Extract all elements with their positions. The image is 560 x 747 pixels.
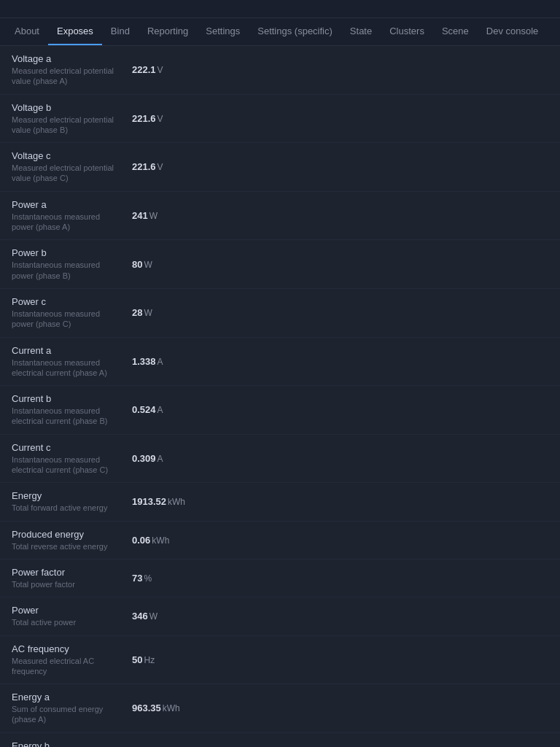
metric-info: Energy bSum of consumed energy (phase B) xyxy=(12,740,132,747)
metric-row: Power aInstantaneous measured power (pha… xyxy=(0,192,560,241)
metric-name: Energy a xyxy=(12,692,123,703)
metric-val: 0.524 xyxy=(132,404,156,415)
metric-name: Current a xyxy=(12,345,123,356)
metric-desc: Instantaneous measured electrical curren… xyxy=(12,357,123,379)
metric-name: AC frequency xyxy=(12,643,123,654)
metric-unit: W xyxy=(144,260,152,270)
metric-unit: % xyxy=(144,573,152,584)
nav-tab-settings[interactable]: Settings xyxy=(197,18,249,45)
nav-tab-about[interactable]: About xyxy=(6,18,48,45)
metric-unit: kWh xyxy=(168,497,185,507)
metric-value: 222.1V xyxy=(132,64,548,75)
metric-info: Voltage aMeasured electrical potential v… xyxy=(12,53,132,87)
metric-val: 221.6 xyxy=(132,161,156,172)
metric-val: 0.06 xyxy=(132,535,150,546)
metric-desc: Sum of consumed energy (phase A) xyxy=(12,704,123,725)
metric-desc: Total power factor xyxy=(12,579,123,589)
metric-desc: Measured electrical potential value (pha… xyxy=(12,163,123,184)
metric-info: EnergyTotal forward active energy xyxy=(12,490,132,513)
app-header xyxy=(0,0,560,18)
metric-info: Power factorTotal power factor xyxy=(12,567,132,589)
metric-info: Current cInstantaneous measured electric… xyxy=(12,442,132,476)
metric-row: Voltage bMeasured electrical potential v… xyxy=(0,95,560,144)
nav-tab-scene[interactable]: Scene xyxy=(433,18,478,45)
nav-tab-bind[interactable]: Bind xyxy=(102,18,139,45)
metric-desc: Instantaneous measured electrical curren… xyxy=(12,454,123,476)
metric-row: Voltage aMeasured electrical potential v… xyxy=(0,46,560,95)
metric-name: Power c xyxy=(12,296,123,307)
nav-tab-settings-specific[interactable]: Settings (specific) xyxy=(249,18,341,45)
nav-tab-reporting[interactable]: Reporting xyxy=(139,18,197,45)
metric-val: 28 xyxy=(132,307,142,318)
nav-tabs: AboutExposesBindReportingSettingsSetting… xyxy=(0,18,560,46)
metric-value: 0.309A xyxy=(132,453,548,464)
metric-name: Voltage b xyxy=(12,102,123,113)
metric-unit: Hz xyxy=(144,655,155,665)
metric-desc: Instantaneous measured electrical curren… xyxy=(12,406,123,427)
metric-unit: A xyxy=(158,357,163,367)
metric-val: 50 xyxy=(132,654,142,665)
metric-val: 1.338 xyxy=(132,356,156,367)
metric-row: Power factorTotal power factor73% xyxy=(0,560,560,597)
metric-unit: A xyxy=(158,454,163,464)
metric-name: Current b xyxy=(12,393,123,404)
metric-row: Current aInstantaneous measured electric… xyxy=(0,338,560,387)
metric-val: 241 xyxy=(132,210,148,221)
metric-desc: Instantaneous measured power (phase A) xyxy=(12,212,123,233)
metric-desc: Instantaneous measured power (phase B) xyxy=(12,260,123,281)
metric-unit: W xyxy=(149,611,158,622)
metric-unit: kWh xyxy=(152,535,169,546)
metric-value: 0.06kWh xyxy=(132,535,548,546)
nav-tab-dev-console[interactable]: Dev console xyxy=(478,18,548,45)
metric-info: PowerTotal active power xyxy=(12,605,132,627)
metric-value: 221.6V xyxy=(132,161,548,172)
metric-value: 241W xyxy=(132,210,548,221)
metric-name: Power factor xyxy=(12,567,123,578)
metric-unit: V xyxy=(158,162,163,172)
metric-desc: Measured electrical potential value (pha… xyxy=(12,115,123,136)
metric-row: Produced energyTotal reverse active ener… xyxy=(0,522,560,560)
metric-unit: V xyxy=(158,65,163,75)
metric-row: EnergyTotal forward active energy1913.52… xyxy=(0,483,560,521)
nav-tab-exposes[interactable]: Exposes xyxy=(48,18,102,45)
metric-value: 963.35kWh xyxy=(132,703,548,713)
metric-val: 346 xyxy=(132,611,148,622)
metric-name: Power xyxy=(12,605,123,616)
metric-row: Energy bSum of consumed energy (phase B)… xyxy=(0,733,560,747)
metric-name: Voltage c xyxy=(12,150,123,161)
metric-row: AC frequencyMeasured electrical AC frequ… xyxy=(0,636,560,685)
metric-info: Power cInstantaneous measured power (pha… xyxy=(12,296,132,330)
metric-value: 50Hz xyxy=(132,654,548,665)
metric-unit: W xyxy=(144,308,152,318)
metric-info: Voltage bMeasured electrical potential v… xyxy=(12,102,132,136)
metric-name: Power b xyxy=(12,247,123,258)
metric-value: 73% xyxy=(132,573,548,584)
metric-desc: Measured electrical AC frequency xyxy=(12,656,123,677)
metric-val: 0.309 xyxy=(132,453,156,464)
metric-value: 0.524A xyxy=(132,404,548,415)
metric-value: 1.338A xyxy=(132,356,548,367)
metric-info: Energy aSum of consumed energy (phase A) xyxy=(12,692,132,725)
nav-tab-state[interactable]: State xyxy=(341,18,381,45)
metric-desc: Total reverse active energy xyxy=(12,541,123,551)
metric-info: Produced energyTotal reverse active ener… xyxy=(12,529,132,551)
metric-info: AC frequencyMeasured electrical AC frequ… xyxy=(12,643,132,677)
content-area: Voltage aMeasured electrical potential v… xyxy=(0,46,560,747)
metric-info: Voltage cMeasured electrical potential v… xyxy=(12,150,132,184)
metric-row: PowerTotal active power346W xyxy=(0,597,560,635)
metric-name: Energy b xyxy=(12,740,123,747)
metric-name: Energy xyxy=(12,490,123,501)
metric-val: 73 xyxy=(132,573,142,584)
metric-desc: Measured electrical potential value (pha… xyxy=(12,66,123,87)
metric-row: Energy aSum of consumed energy (phase A)… xyxy=(0,684,560,733)
metric-row: Power cInstantaneous measured power (pha… xyxy=(0,289,560,338)
metric-unit: W xyxy=(149,211,158,221)
metric-row: Power bInstantaneous measured power (pha… xyxy=(0,240,560,289)
metric-unit: V xyxy=(158,114,163,124)
metric-value: 28W xyxy=(132,307,548,318)
nav-tab-clusters[interactable]: Clusters xyxy=(381,18,433,45)
metric-value: 80W xyxy=(132,259,548,270)
metric-unit: A xyxy=(158,405,163,415)
metric-name: Power a xyxy=(12,199,123,210)
metric-val: 963.35 xyxy=(132,703,161,713)
